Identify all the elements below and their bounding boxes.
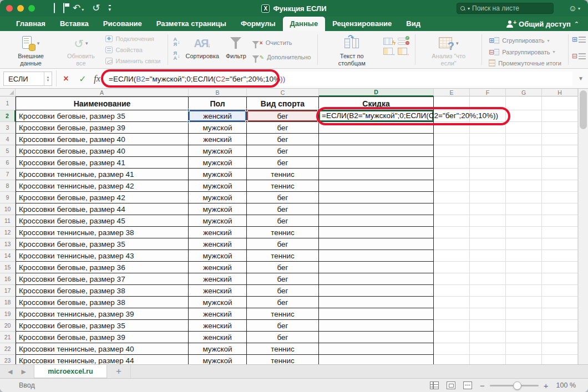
tab-8[interactable]: Вид bbox=[399, 17, 428, 31]
cell-C2[interactable]: бег bbox=[247, 110, 319, 122]
cell-B21[interactable]: женский bbox=[189, 332, 247, 343]
cell-D9[interactable] bbox=[319, 192, 434, 203]
connections-button[interactable]: Подключения bbox=[105, 35, 160, 42]
select-all-corner[interactable] bbox=[0, 89, 16, 96]
row-header-11[interactable]: 11 bbox=[0, 215, 16, 227]
cell-B20[interactable]: женский bbox=[189, 320, 247, 332]
filter-button[interactable]: Фильтр bbox=[222, 34, 250, 61]
cell-D10[interactable] bbox=[319, 203, 434, 215]
row-header-12[interactable]: 12 bbox=[0, 227, 16, 238]
cell-F7[interactable] bbox=[470, 169, 506, 180]
clear-filter-button[interactable]: ×Очистить bbox=[252, 39, 311, 47]
cell-H22[interactable] bbox=[542, 343, 578, 355]
name-box-stepper[interactable]: ▲▼ bbox=[44, 72, 52, 85]
cell-C17[interactable]: бег bbox=[247, 285, 319, 297]
cell-H23[interactable] bbox=[542, 355, 578, 364]
column-header-A[interactable]: A bbox=[16, 89, 189, 96]
cell-A14[interactable]: Кроссовки теннисные, размер 43 bbox=[16, 250, 189, 262]
cell-H13[interactable] bbox=[542, 238, 578, 250]
cell-A2[interactable]: Кроссовки беговые, размер 35 bbox=[16, 110, 189, 122]
cell-C6[interactable]: бег bbox=[247, 157, 319, 169]
cell-A23[interactable]: Кроссовки теннисные, размер 44 bbox=[16, 355, 189, 364]
column-header-H[interactable]: H bbox=[542, 89, 578, 96]
cell-F22[interactable] bbox=[470, 343, 506, 355]
row-header-14[interactable]: 14 bbox=[0, 250, 16, 262]
share-button[interactable]: + Общий доступ ⌃ bbox=[506, 17, 579, 31]
cell-G13[interactable] bbox=[506, 238, 542, 250]
cell-B10[interactable]: мужской bbox=[189, 203, 247, 215]
cell-A7[interactable]: Кроссовки теннисные, размер 41 bbox=[16, 169, 189, 180]
cell-G8[interactable] bbox=[506, 180, 542, 192]
cell-A21[interactable]: Кроссовки беговые, размер 39 bbox=[16, 332, 189, 343]
cell-H20[interactable] bbox=[542, 320, 578, 332]
table-header-name[interactable]: Наименование bbox=[16, 96, 189, 110]
cell-H1[interactable] bbox=[542, 96, 578, 110]
sort-ascending-icon[interactable]: АЯ↓ bbox=[174, 37, 180, 47]
cell-G4[interactable] bbox=[506, 134, 542, 145]
cell-E18[interactable] bbox=[434, 297, 470, 308]
cell-D17[interactable] bbox=[319, 285, 434, 297]
sheet-tab-active[interactable]: microexcel.ru bbox=[34, 365, 107, 378]
edit-links-button[interactable]: Изменить связи bbox=[105, 58, 160, 64]
advanced-filter-button[interactable]: ✎Дополнительно bbox=[252, 54, 311, 61]
cell-C9[interactable]: бег bbox=[247, 192, 319, 203]
cell-A9[interactable]: Кроссовки беговые, размер 42 bbox=[16, 192, 189, 203]
cell-F12[interactable] bbox=[470, 227, 506, 238]
cell-G19[interactable] bbox=[506, 308, 542, 320]
cell-B8[interactable]: мужской bbox=[189, 180, 247, 192]
cell-A20[interactable]: Кроссовки беговые, размер 35 bbox=[16, 320, 189, 332]
refresh-all-button[interactable]: ↺▾ Обновить все bbox=[58, 34, 103, 68]
cell-B2[interactable]: женский bbox=[189, 110, 247, 122]
reference-handle-red[interactable] bbox=[245, 109, 248, 111]
cell-E4[interactable] bbox=[434, 134, 470, 145]
cell-C11[interactable]: бег bbox=[247, 215, 319, 227]
cell-F14[interactable] bbox=[470, 250, 506, 262]
cell-E11[interactable] bbox=[434, 215, 470, 227]
zoom-level[interactable]: 100 % bbox=[556, 381, 576, 389]
cell-G16[interactable] bbox=[506, 273, 542, 285]
cell-F10[interactable] bbox=[470, 203, 506, 215]
reference-handle-red[interactable] bbox=[245, 120, 248, 123]
page-layout-view-icon[interactable] bbox=[447, 381, 455, 389]
row-header-17[interactable]: 17 bbox=[0, 285, 16, 297]
cell-G2[interactable] bbox=[506, 110, 542, 122]
column-header-G[interactable]: G bbox=[506, 89, 542, 96]
relationships-icon[interactable]: → bbox=[398, 48, 407, 55]
column-header-F[interactable]: F bbox=[470, 89, 506, 96]
cell-B13[interactable]: женский bbox=[189, 238, 247, 250]
table-header-gender[interactable]: Пол bbox=[189, 96, 247, 110]
cell-G1[interactable] bbox=[506, 96, 542, 110]
tab-7[interactable]: Рецензирование bbox=[325, 17, 399, 31]
cell-B3[interactable]: мужской bbox=[189, 122, 247, 134]
cell-D3[interactable] bbox=[319, 122, 434, 134]
column-header-E[interactable]: E bbox=[434, 89, 470, 96]
zoom-window-button[interactable] bbox=[28, 5, 35, 12]
cell-A6[interactable]: Кроссовки беговые, размер 41 bbox=[16, 157, 189, 169]
cell-C16[interactable]: бег bbox=[247, 273, 319, 285]
row-header-20[interactable]: 20 bbox=[0, 320, 16, 332]
row-header-8[interactable]: 8 bbox=[0, 180, 16, 192]
prev-sheet-icon[interactable]: ◀ bbox=[8, 368, 12, 375]
cell-G23[interactable] bbox=[506, 355, 542, 364]
cell-G21[interactable] bbox=[506, 332, 542, 343]
cell-D16[interactable] bbox=[319, 273, 434, 285]
feedback-smiley-icon[interactable]: ☺▾ bbox=[569, 3, 580, 14]
cell-H11[interactable] bbox=[542, 215, 578, 227]
row-header-9[interactable]: 9 bbox=[0, 192, 16, 203]
scrollbar-thumb[interactable] bbox=[580, 90, 587, 129]
cell-F19[interactable] bbox=[470, 308, 506, 320]
cell-D6[interactable] bbox=[319, 157, 434, 169]
collapse-ribbon-icon[interactable]: ⌃ bbox=[574, 21, 579, 28]
text-to-columns-button[interactable]: ↷ Текст по столбцам bbox=[322, 34, 381, 68]
cell-H9[interactable] bbox=[542, 192, 578, 203]
cell-G20[interactable] bbox=[506, 320, 542, 332]
row-header-1[interactable]: 1 bbox=[0, 96, 16, 110]
cell-D8[interactable] bbox=[319, 180, 434, 192]
consolidate-icon[interactable]: → bbox=[383, 48, 393, 55]
cell-A3[interactable]: Кроссовки беговые, размер 39 bbox=[16, 122, 189, 134]
cell-F20[interactable] bbox=[470, 320, 506, 332]
cell-H18[interactable] bbox=[542, 297, 578, 308]
cell-E20[interactable] bbox=[434, 320, 470, 332]
cell-H7[interactable] bbox=[542, 169, 578, 180]
cell-C19[interactable]: теннис bbox=[247, 308, 319, 320]
